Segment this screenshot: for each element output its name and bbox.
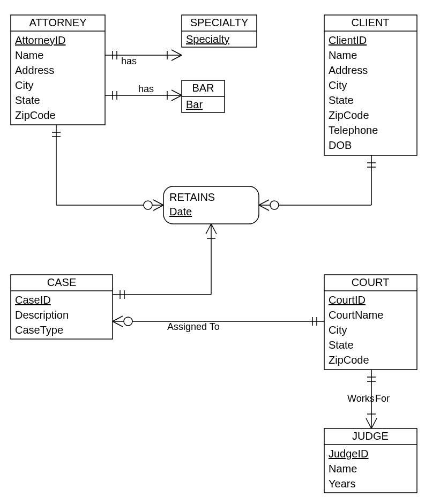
svg-text:State: State [329,339,354,351]
svg-text:Name: Name [329,463,357,475]
rel-assigned-to-label: Assigned To [167,321,220,332]
entity-bar: BAR Bar [182,80,225,112]
svg-line-16 [153,200,163,205]
svg-text:Bar: Bar [186,99,203,110]
svg-line-24 [259,205,269,210]
svg-text:City: City [329,324,347,336]
entity-attorney: ATTORNEY AttorneyID Name Address City St… [11,15,105,125]
svg-text:State: State [15,94,40,106]
svg-text:DOB: DOB [329,139,352,151]
svg-text:City: City [15,79,33,91]
svg-line-43 [371,418,377,428]
entity-specialty-title: SPECIALTY [190,17,249,28]
rel-has-bar-label: has [138,84,154,94]
svg-text:For: For [375,393,390,404]
svg-point-18 [144,201,152,209]
svg-text:Name: Name [329,49,357,61]
svg-text:CourtName: CourtName [329,309,383,321]
svg-text:CourtID: CourtID [329,294,366,306]
svg-line-35 [113,321,123,327]
svg-line-42 [366,418,371,428]
entity-case: CASE CaseID Description CaseType [11,275,113,339]
entity-client-title: CLIENT [351,17,389,28]
svg-line-4 [172,55,182,61]
svg-line-17 [153,205,163,210]
relationship-retains: RETAINS Date [163,186,259,224]
svg-text:ZipCode: ZipCode [15,109,56,121]
svg-line-28 [206,224,211,234]
svg-text:Years: Years [329,478,355,490]
svg-line-34 [113,316,123,321]
svg-text:Name: Name [15,49,43,61]
svg-text:CaseID: CaseID [15,294,51,306]
svg-point-25 [270,201,279,209]
entity-specialty: SPECIALTY Specialty [182,15,257,47]
svg-text:Date: Date [169,206,192,217]
relationship-retains-title: RETAINS [169,191,215,203]
svg-text:ClientID: ClientID [329,34,367,46]
svg-text:State: State [329,94,354,106]
entity-judge-title: JUDGE [352,430,389,442]
svg-text:Specialty: Specialty [186,33,229,45]
svg-text:Description: Description [15,309,69,321]
svg-text:Address: Address [329,64,368,76]
svg-text:Telephone: Telephone [329,124,378,136]
svg-text:CaseType: CaseType [15,324,63,336]
entity-attorney-title: ATTORNEY [29,17,86,28]
rel-has-specialty-label: has [121,56,137,66]
svg-text:JudgeID: JudgeID [329,448,369,460]
svg-line-3 [172,50,182,55]
entity-client: CLIENT ClientID Name Address City State … [324,15,417,155]
entity-court: COURT CourtID CourtName City State ZipCo… [324,275,417,370]
entity-case-title: CASE [47,276,76,288]
svg-line-29 [211,224,217,234]
entity-court-title: COURT [352,276,390,288]
entity-judge: JUDGE JudgeID Name Years [324,428,417,493]
entity-bar-title: BAR [192,82,214,94]
svg-line-10 [172,95,182,101]
svg-text:Works: Works [347,393,375,404]
svg-line-9 [172,90,182,95]
svg-text:City: City [329,79,347,91]
svg-text:Address: Address [15,64,54,76]
svg-line-23 [259,200,269,205]
er-diagram: has has [0,0,425,504]
svg-point-36 [124,317,132,326]
svg-text:AttorneyID: AttorneyID [15,34,65,46]
svg-text:ZipCode: ZipCode [329,354,369,366]
svg-text:ZipCode: ZipCode [329,109,369,121]
